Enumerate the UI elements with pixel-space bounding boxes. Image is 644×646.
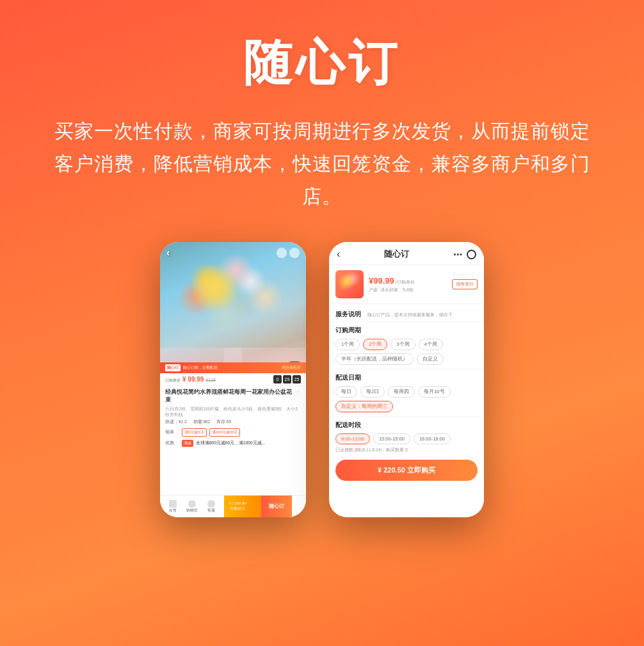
add-to-cart-button[interactable]: ¥ | 258.89往输出计 <box>224 496 261 517</box>
back-arrow-icon[interactable]: ‹ <box>166 247 170 259</box>
right-price: ¥99.99 <box>369 276 394 286</box>
product-title-row: 经典悦花简约水养混搭鲜花每周一花家用办公盆花束 ☆ <box>160 386 306 405</box>
date-every2[interactable]: 每2日 <box>360 386 385 398</box>
date-custom-wed[interactable]: 自定义：每周的周三 <box>335 401 393 412</box>
period-halfyear[interactable]: 半年（长距配送，品种随机） <box>335 353 414 365</box>
period-custom[interactable]: 自定义 <box>417 353 444 365</box>
target-circle-icon[interactable] <box>467 250 476 259</box>
home-icon-item[interactable]: 在售 <box>164 500 182 513</box>
time-15-15[interactable]: 15:00-15:00 <box>373 433 410 444</box>
sub-price-label: 订购单价 <box>165 378 181 384</box>
spec-stock: 库存:65 <box>216 419 231 425</box>
more-dots-icon[interactable]: ••• <box>453 250 463 258</box>
product-price-info: ¥99.99 /订购单价 户迹: 淡令好家、5-8枝 <box>369 276 447 293</box>
coupon-tag-1[interactable]: 满5元减5元 <box>182 428 207 437</box>
delivery-date-section: 配送日期 每日 每2日 每周四 每月10号 自定义：每周的周三 <box>329 369 484 417</box>
phone-left: ‹ 1/5 随心订 随心订购，定期配送 周活购机价 <box>160 242 306 517</box>
timer: 0 29 25 <box>273 375 301 384</box>
service-icon-item[interactable]: 客服 <box>202 500 220 513</box>
product-info-row: ¥99.99 /订购单价 户迹: 淡令好家、5-8枝 清有资什 <box>329 265 484 304</box>
store-info-text: 户迹: 淡令好家、5-8枝 <box>369 287 447 293</box>
buy-now-button[interactable]: 随心订 <box>261 496 292 517</box>
timer-box-3: 25 <box>293 375 301 384</box>
badge-price-label: 周活购机价 <box>282 365 301 371</box>
service-section: 服务说明 随心订产品，提本次持续服务服务，细在下 <box>329 304 484 322</box>
date-10th[interactable]: 每月10号 <box>418 386 450 398</box>
phone-right: ‹ 随心订 ••• ¥99.99 /订购单价 <box>329 242 484 517</box>
page-container: 随心订 买家一次性付款，商家可按周期进行多次发货，从而提前锁定客户消费，降低营销… <box>0 0 644 646</box>
old-price: ¥128 <box>205 378 216 382</box>
manage-button[interactable]: 清有资什 <box>452 279 478 289</box>
right-buy-button[interactable]: ¥ 220.50 立即购买 <box>335 460 478 481</box>
delivery-date-title: 配送日期 <box>335 373 478 382</box>
service-title: 服务说明 <box>335 311 361 318</box>
promo-text: 全球满800元减60元，满1000元减... <box>196 440 265 446</box>
product-thumbnail <box>335 270 364 298</box>
date-daily[interactable]: 每日 <box>335 386 357 398</box>
phones-container: ‹ 1/5 随心订 随心订购，定期配送 周活购机价 <box>0 242 644 517</box>
period-4week[interactable]: 4个周 <box>419 339 443 350</box>
period-tags: 1个周 2个周 3个周 4个周 半年（长距配送，品种随机） 自定义 <box>335 339 478 365</box>
left-nav-bar: ‹ <box>160 247 306 259</box>
timer-box-2: 29 <box>283 375 291 384</box>
delivery-time-tags: 8:00-12:00 15:00-15:00 16:00-18:00 <box>335 433 478 444</box>
promo-badge: 满减 <box>182 440 193 447</box>
period-title: 订购周期 <box>335 326 478 335</box>
period-section: 订购周期 1个周 2个周 3个周 4个周 半年（长距配送，品种随机） 自定义 <box>329 322 484 369</box>
flower-image: ‹ 1/5 随心订 随心订购，定期配送 周活购机价 <box>160 242 306 373</box>
period-2week[interactable]: 2个周 <box>363 339 387 350</box>
badge-tag: 随心订 <box>165 364 181 371</box>
right-content: ¥99.99 /订购单价 户迹: 淡令好家、5-8枝 清有资什 服务说明 随心订… <box>329 265 484 512</box>
date-thursday[interactable]: 每周四 <box>388 386 415 398</box>
right-nav-title: 随心订 <box>384 248 409 260</box>
promo-label: 优惠 <box>165 440 179 446</box>
main-title: 随心订 <box>0 0 644 97</box>
spec-sales: 销量:862 <box>193 419 211 425</box>
left-content-area: 经典悦花简约水养混搭鲜花每周一花家用办公盆花束 ☆ 六日赤2枝、雪期权1枝柠檬、… <box>160 386 306 448</box>
time-8-12[interactable]: 8:00-12:00 <box>335 433 370 444</box>
product-desc: 六日赤2枝、雪期权1枝柠檬、粉色多头小5枝、黄色墨菊5枝、大小5枝旁利枝 <box>160 405 306 418</box>
timer-box-1: 0 <box>273 375 282 384</box>
quota-text: 已达拥数:2细(8.11-8.24)；购买数量 2 <box>335 448 478 453</box>
period-3week[interactable]: 3个周 <box>390 339 415 350</box>
spec-shipping: 快递：¥1.3 <box>165 419 187 425</box>
right-price-label: /订购单价 <box>396 279 415 286</box>
right-back-icon[interactable]: ‹ <box>337 248 340 260</box>
delivery-time-section: 配送时段 8:00-12:00 15:00-15:00 16:00-18:00 … <box>329 417 484 456</box>
suixin-badge: 随心订 随心订购，定期配送 周活购机价 <box>160 362 306 373</box>
right-nav-bar: ‹ 随心订 ••• <box>329 242 484 265</box>
time-16-18[interactable]: 16:00-18:00 <box>414 433 451 444</box>
cart-icon-item[interactable]: 购物车 <box>183 500 201 513</box>
badge-text: 随心订购，定期配送 <box>183 365 218 371</box>
period-1week[interactable]: 1个周 <box>335 339 360 350</box>
coupon-label: 领券 <box>165 429 179 435</box>
coupon-row: 领券 满5元减5元 满100元减20元 <box>160 426 306 439</box>
delivery-date-tags: 每日 每2日 每周四 每月10号 自定义：每周的周三 <box>335 386 478 412</box>
bottom-bar-left: 在售 购物车 客服 ¥ | 258.89往输出计 随心订 <box>160 495 306 517</box>
price-row: 订购单价 ¥ 99.99 ¥128 0 29 25 <box>160 373 306 386</box>
product-title: 经典悦花简约水养混搭鲜花每周一花家用办公盆花束 <box>165 389 293 404</box>
product-specs: 快递：¥1.3 销量:862 库存:65 <box>160 418 306 426</box>
sub-price: ¥ 99.99 <box>182 376 204 383</box>
service-desc: 随心订产品，提本次持续服务服务，细在下 <box>367 312 453 317</box>
delivery-time-title: 配送时段 <box>335 421 478 430</box>
promo-row: 优惠 满减 全球满800元减60元，满1000元减... <box>160 439 306 448</box>
subtitle-text: 买家一次性付款，商家可按周期进行多次发货，从而提前锁定客户消费，降低营销成本，快… <box>0 97 644 213</box>
coupon-tag-2[interactable]: 满100元减20元 <box>209 428 241 437</box>
fav-icon[interactable]: ☆ <box>295 389 301 396</box>
